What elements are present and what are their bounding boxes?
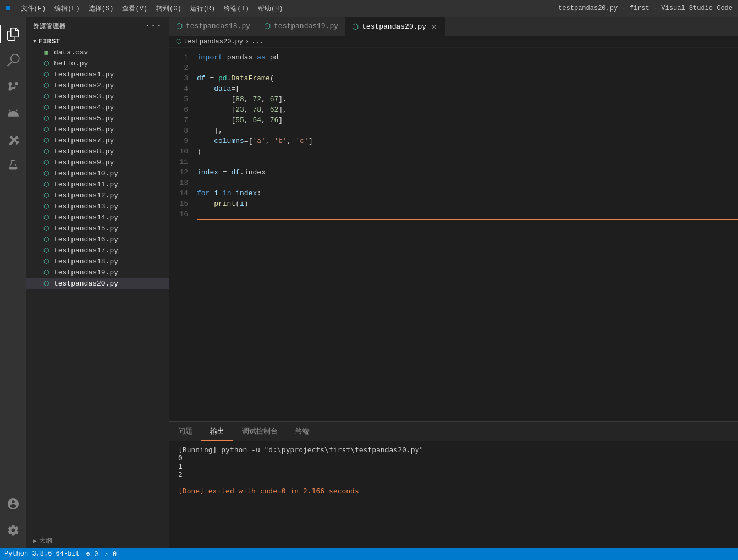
menu-item[interactable]: 终端(T) — [219, 4, 254, 13]
sidebar-file-item[interactable]: ⬡testpandas11.py — [26, 179, 169, 190]
flask-activity-icon[interactable] — [0, 153, 26, 179]
line-content[interactable]: [55, 54, 76] — [197, 115, 738, 125]
extensions-activity-icon[interactable] — [0, 127, 26, 153]
menu-item[interactable]: 选择(S) — [84, 4, 118, 13]
sidebar-file-item[interactable]: ⬡testpandas12.py — [26, 190, 169, 201]
source-control-activity-icon[interactable] — [0, 74, 26, 100]
file-tree: ▼ FIRST ▦data.csv⬡hello.py⬡testpandas1.p… — [26, 35, 169, 534]
line-content[interactable] — [197, 63, 738, 73]
sidebar-file-item[interactable]: ⬡hello.py — [26, 58, 169, 69]
folder-first[interactable]: ▼ FIRST — [26, 36, 169, 47]
sidebar-file-item[interactable]: ⬡testpandas16.py — [26, 234, 169, 245]
line-content[interactable]: ], — [197, 125, 738, 136]
line-content[interactable]: for i in index: — [197, 188, 738, 199]
warnings-label: ⚠ 0 — [104, 550, 117, 558]
menu-item[interactable]: 编辑(E) — [50, 4, 84, 13]
sidebar-file-item[interactable]: ⬡testpandas7.py — [26, 135, 169, 146]
line-content[interactable]: print(i) — [197, 199, 738, 209]
explorer-activity-icon[interactable] — [0, 21, 26, 47]
line-content[interactable] — [197, 157, 738, 167]
line-content[interactable] — [197, 178, 738, 188]
menu-item[interactable]: 查看(V) — [118, 4, 152, 13]
python-file-icon: ⬡ — [42, 81, 51, 90]
title-bar: ■ 文件(F)编辑(E)选择(S)查看(V)转到(G)运行(R)终端(T)帮助(… — [0, 0, 738, 17]
sidebar-file-item[interactable]: ▦data.csv — [26, 47, 169, 58]
code-line: 2 — [169, 63, 738, 73]
python-version-status[interactable]: Python 3.8.6 64-bit — [4, 550, 80, 558]
tab-testpandas18[interactable]: ⬡ testpandas18.py — [169, 17, 257, 36]
file-list: ▦data.csv⬡hello.py⬡testpandas1.py⬡testpa… — [26, 47, 169, 289]
sidebar-file-item[interactable]: ⬡testpandas10.py — [26, 168, 169, 179]
line-content[interactable]: import pandas as pd — [197, 52, 738, 63]
line-number: 6 — [169, 105, 197, 115]
sidebar-file-item[interactable]: ⬡testpandas4.py — [26, 102, 169, 113]
menu-item[interactable]: 转到(G) — [152, 4, 186, 13]
warnings-status[interactable]: ⚠ 0 — [104, 550, 117, 558]
sidebar-file-item[interactable]: ⬡testpandas5.py — [26, 113, 169, 124]
file-name: testpandas7.py — [54, 136, 114, 145]
csv-file-icon: ▦ — [42, 48, 51, 57]
sidebar-more-icon[interactable]: ··· — [145, 21, 162, 31]
file-name: testpandas2.py — [54, 81, 114, 90]
python-file-icon: ⬡ — [42, 169, 51, 178]
sidebar-file-item[interactable]: ⬡testpandas19.py — [26, 267, 169, 278]
sidebar-file-item[interactable]: ⬡testpandas20.py — [26, 278, 169, 289]
sidebar-file-item[interactable]: ⬡testpandas1.py — [26, 69, 169, 80]
file-name: testpandas11.py — [54, 180, 118, 189]
breadcrumb-path[interactable]: ... — [251, 38, 263, 46]
line-content[interactable] — [197, 209, 738, 220]
python-file-icon: ⬡ — [42, 202, 51, 211]
file-name: testpandas18.py — [54, 257, 118, 266]
panel-tab-output[interactable]: 输出 — [201, 422, 233, 441]
code-line: 12index = df.index — [169, 167, 738, 178]
tab-bar: ⬡ testpandas18.py ⬡ testpandas19.py ⬡ te… — [169, 17, 738, 36]
settings-activity-icon[interactable] — [0, 517, 26, 543]
code-content[interactable]: 1import pandas as pd2 3df = pd.DataFrame… — [169, 48, 738, 421]
code-line: 15 print(i) — [169, 199, 738, 209]
outline-section[interactable]: ▶ 大纲 — [26, 534, 169, 548]
line-content[interactable]: ) — [197, 146, 738, 157]
sidebar-file-item[interactable]: ⬡testpandas17.py — [26, 245, 169, 256]
panel-tab-terminal[interactable]: 终端 — [287, 422, 318, 441]
code-editor[interactable]: 1import pandas as pd2 3df = pd.DataFrame… — [169, 48, 738, 421]
search-activity-icon[interactable] — [0, 47, 26, 74]
python-file-icon: ⬡ — [42, 125, 51, 134]
menu-item[interactable]: 运行(R) — [186, 4, 220, 13]
file-name: testpandas16.py — [54, 235, 118, 244]
tab-testpandas20[interactable]: ⬡ testpandas20.py ✕ — [345, 17, 445, 36]
sidebar-file-item[interactable]: ⬡testpandas15.py — [26, 223, 169, 234]
sidebar-file-item[interactable]: ⬡testpandas14.py — [26, 212, 169, 223]
run-activity-icon[interactable] — [0, 100, 26, 127]
python-file-icon: ⬡ — [42, 246, 51, 255]
sidebar-file-item[interactable]: ⬡testpandas6.py — [26, 124, 169, 135]
panel-tabs: 问题 输出 调试控制台 终端 — [169, 422, 738, 441]
sidebar-file-item[interactable]: ⬡testpandas18.py — [26, 256, 169, 267]
output-line: 2 — [178, 470, 729, 479]
file-name: testpandas12.py — [54, 191, 118, 200]
breadcrumb: ⬡ testpandas20.py › ... — [169, 36, 738, 48]
sidebar-file-item[interactable]: ⬡testpandas8.py — [26, 146, 169, 157]
line-content[interactable]: df = pd.DataFrame( — [197, 73, 738, 84]
sidebar-file-item[interactable]: ⬡testpandas2.py — [26, 80, 169, 91]
errors-status[interactable]: ⊗ 0 — [86, 550, 98, 558]
breadcrumb-file[interactable]: testpandas20.py — [184, 38, 243, 46]
code-line: 16 — [169, 209, 738, 220]
sidebar-file-item[interactable]: ⬡testpandas3.py — [26, 91, 169, 102]
panel-tab-problems[interactable]: 问题 — [169, 422, 201, 441]
account-activity-icon[interactable] — [0, 491, 26, 517]
tab-close-icon[interactable]: ✕ — [429, 22, 438, 31]
python-file-icon: ⬡ — [42, 147, 51, 156]
tab-testpandas19[interactable]: ⬡ testpandas19.py — [257, 17, 345, 36]
sidebar-file-item[interactable]: ⬡testpandas13.py — [26, 201, 169, 212]
line-content[interactable]: columns=['a', 'b', 'c'] — [197, 136, 738, 146]
menu-item[interactable]: 文件(F) — [16, 4, 51, 13]
line-content[interactable]: index = df.index — [197, 167, 738, 178]
window-title: testpandas20.py - first - Visual Studio … — [558, 4, 733, 12]
line-content[interactable]: [23, 78, 62], — [197, 105, 738, 115]
line-content[interactable]: data=[ — [197, 84, 738, 94]
sidebar-file-item[interactable]: ⬡testpandas9.py — [26, 157, 169, 168]
menu-item[interactable]: 帮助(H) — [254, 4, 288, 13]
line-content[interactable]: [88, 72, 67], — [197, 94, 738, 105]
panel-tab-debug[interactable]: 调试控制台 — [233, 422, 287, 441]
tab-icon: ⬡ — [264, 21, 271, 31]
